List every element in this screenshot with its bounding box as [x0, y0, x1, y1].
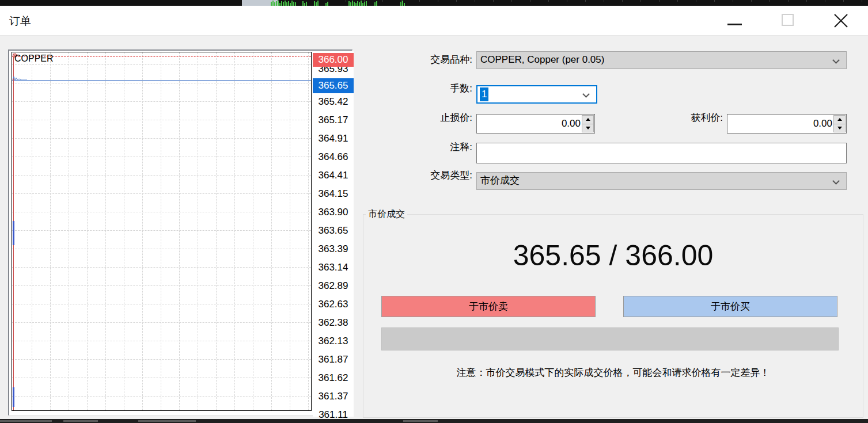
- price-tick: 365.42: [313, 94, 354, 109]
- triangle-up-icon: [586, 118, 590, 121]
- background-ruler-tick: [677, 0, 678, 2]
- background-app-strip-bottom: [0, 419, 868, 423]
- minimize-button[interactable]: [721, 6, 748, 36]
- disabled-action-bar: [381, 327, 839, 350]
- background-ruler-tick: [714, 0, 715, 2]
- stop-loss-spinner[interactable]: 0.00: [476, 114, 595, 134]
- gridline: [12, 322, 311, 323]
- background-volume-tick: [278, 1, 279, 6]
- comment-input[interactable]: [476, 143, 847, 163]
- gridline: [161, 52, 161, 410]
- spin-down-button[interactable]: [833, 124, 846, 133]
- gridline: [12, 83, 311, 83]
- price-tick: 361.37: [313, 389, 354, 404]
- background-volume-tick: [317, 1, 319, 6]
- chart-symbol-label: COPPER: [14, 54, 54, 64]
- take-profit-spin-buttons: [833, 115, 846, 132]
- background-volume-tick: [283, 2, 284, 6]
- price-tick: 362.38: [313, 315, 354, 330]
- price-tick: 362.89: [313, 279, 354, 294]
- background-ruler-tick: [659, 0, 659, 2]
- background-ruler-tick: [770, 0, 770, 2]
- bid-tick-squiggle: [12, 76, 28, 82]
- gridline: [50, 52, 51, 410]
- gridline: [253, 52, 253, 410]
- gridline: [32, 52, 32, 410]
- order-type-select[interactable]: 市价成交: [476, 172, 847, 190]
- screen: 订单 COPPER: [0, 0, 868, 423]
- ask-price-badge: 366.00: [313, 53, 354, 67]
- background-volume-tick: [306, 2, 307, 6]
- background-ruler-tick: [604, 0, 604, 2]
- take-profit-spinner[interactable]: 0.00: [727, 114, 847, 134]
- stop-loss-spin-buttons: [582, 115, 594, 132]
- dialog-titlebar[interactable]: 订单: [0, 6, 868, 36]
- triangle-down-icon: [586, 127, 590, 129]
- background-volume-tick: [402, 1, 403, 6]
- close-button[interactable]: [828, 6, 854, 36]
- background-volume-tick: [314, 1, 315, 6]
- sell-by-market-button[interactable]: 于市价卖: [381, 296, 596, 317]
- dialog-title: 订单: [9, 14, 31, 29]
- volume-value: 1: [480, 87, 488, 101]
- triangle-up-icon: [837, 118, 842, 121]
- symbol-select[interactable]: COPPER, Copper (per 0.05): [476, 51, 847, 69]
- price-tick: 364.15: [313, 186, 354, 201]
- background-volume-tick: [361, 1, 362, 6]
- background-ruler-tick: [843, 0, 844, 2]
- gridline: [12, 193, 311, 194]
- gridline: [142, 52, 143, 410]
- group-title: 市价成交: [366, 208, 407, 220]
- background-smudge: [63, 420, 98, 422]
- gridline: [12, 138, 311, 139]
- chevron-down-icon: [832, 56, 840, 64]
- volume-label: 手数:: [363, 82, 472, 95]
- background-ruler-tick: [493, 0, 494, 2]
- price-tick: 364.41: [313, 168, 354, 183]
- gridline: [12, 285, 311, 286]
- quote-panel: COPPER 366.00 365.65 365.93365.42365.173…: [8, 49, 352, 416]
- price-tick: 361.62: [313, 371, 354, 386]
- background-ruler-tick: [788, 0, 789, 2]
- background-ruler-tick: [733, 0, 733, 2]
- background-volume-tick: [272, 1, 274, 6]
- tick-history-bid-trace: [13, 221, 14, 245]
- background-volume-tick: [271, 2, 272, 6]
- tick-history-bid-trace: [13, 387, 14, 407]
- chevron-down-icon: [582, 90, 590, 98]
- market-execution-group: 市价成交 365.65 / 366.00 于市价卖 于市价买 注意：市价交易模式…: [363, 214, 863, 418]
- buy-by-market-button[interactable]: 于市价买: [623, 296, 837, 317]
- comment-label: 注释:: [363, 141, 472, 154]
- gridline: [105, 52, 106, 410]
- close-icon: [828, 6, 854, 36]
- gridline: [12, 249, 311, 249]
- background-volume-tick: [302, 1, 304, 6]
- stop-loss-value: 0.00: [562, 115, 581, 133]
- chevron-down-icon: [832, 177, 840, 185]
- stop-loss-label: 止损价:: [363, 112, 472, 124]
- ask-price-line: [12, 56, 311, 57]
- gridline: [12, 120, 311, 120]
- gridline: [12, 378, 311, 378]
- background-ruler-tick: [401, 0, 401, 2]
- background-ruler-tick: [696, 0, 696, 2]
- background-app-strip-top: [0, 0, 868, 6]
- spin-up-button[interactable]: [833, 115, 846, 124]
- take-profit-value: 0.00: [813, 115, 832, 133]
- gridline: [271, 52, 272, 410]
- bid-price-badge: 365.65: [313, 78, 354, 93]
- background-ruler-tick: [475, 0, 475, 2]
- spin-up-button[interactable]: [582, 115, 594, 124]
- gridline: [234, 52, 235, 410]
- gridline: [179, 52, 180, 410]
- bid-price-line: [12, 80, 311, 81]
- background-ruler-tick: [640, 0, 641, 2]
- order-dialog: 订单 COPPER: [0, 6, 868, 419]
- spin-down-button[interactable]: [582, 124, 594, 133]
- gridline: [12, 157, 311, 157]
- background-ruler-tick: [585, 0, 586, 2]
- gridline: [12, 175, 311, 176]
- gridline: [69, 52, 69, 410]
- background-ruler-tick: [346, 0, 346, 2]
- volume-combobox[interactable]: 1: [476, 85, 597, 104]
